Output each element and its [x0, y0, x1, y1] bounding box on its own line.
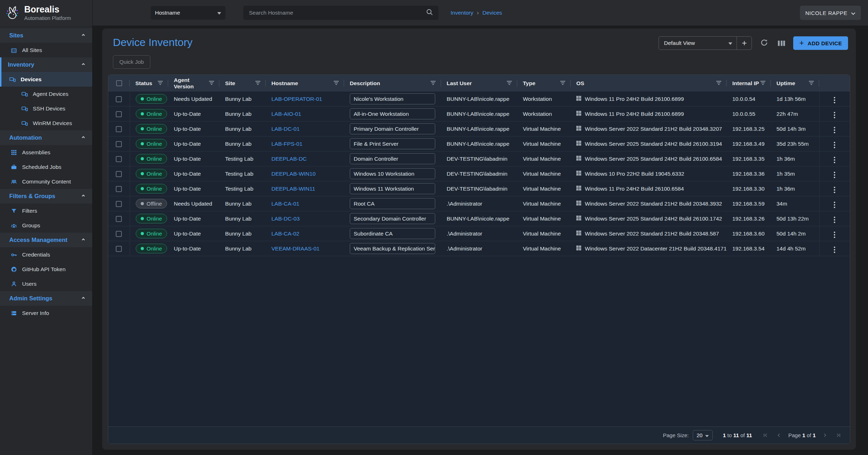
columns-button[interactable]	[776, 39, 786, 47]
filter-icon[interactable]	[809, 80, 814, 87]
search-input[interactable]	[248, 9, 426, 16]
sidebar-section-filters-groups[interactable]: Filters & Groups	[0, 189, 92, 203]
breadcrumb-inventory[interactable]: Inventory	[451, 10, 473, 16]
quick-job-button[interactable]: Quick Job	[113, 55, 150, 69]
row-checkbox[interactable]	[116, 126, 122, 132]
description-input[interactable]: Veeam Backup & Replication Ser ...	[350, 243, 435, 254]
hostname-link[interactable]: LAB-DC-03	[271, 216, 300, 222]
refresh-button[interactable]	[759, 37, 770, 49]
hostname-link[interactable]: DEEPLAB-WIN10	[271, 171, 316, 177]
description-input[interactable]: Root CA	[350, 198, 435, 209]
filter-icon[interactable]	[255, 80, 261, 87]
table-row[interactable]: Online Up-to-Date Bunny Lab LAB-DC-01 Pr…	[108, 121, 850, 136]
user-menu-button[interactable]: NICOLE RAPPE	[800, 6, 861, 20]
filter-icon[interactable]	[209, 80, 214, 87]
hostname-link[interactable]: VEEAM-DRAAS-01	[271, 245, 319, 252]
sidebar-item-scheduled-jobs[interactable]: Scheduled Jobs	[0, 160, 92, 174]
row-actions-kebab-icon[interactable]	[831, 110, 838, 120]
view-selector[interactable]: Default View	[659, 37, 737, 50]
table-row[interactable]: Online Up-to-Date Testing Lab DEEPLAB-DC…	[108, 151, 850, 166]
filter-icon[interactable]	[560, 80, 566, 87]
row-checkbox[interactable]	[116, 156, 122, 162]
row-actions-kebab-icon[interactable]	[831, 230, 838, 239]
row-checkbox[interactable]	[116, 231, 122, 237]
row-actions-kebab-icon[interactable]	[831, 245, 838, 254]
prev-page-button[interactable]	[775, 431, 783, 439]
description-input[interactable]: Primary Domain Controller	[350, 123, 435, 134]
sidebar-section-sites[interactable]: Sites	[0, 28, 92, 43]
next-page-button[interactable]	[821, 431, 829, 439]
first-page-button[interactable]	[762, 431, 769, 439]
row-checkbox[interactable]	[116, 246, 122, 252]
row-actions-kebab-icon[interactable]	[831, 170, 838, 180]
hostname-link[interactable]: LAB-OPERATOR-01	[271, 96, 322, 102]
row-actions-kebab-icon[interactable]	[831, 215, 838, 224]
description-input[interactable]: Nicole's Workstation	[350, 93, 435, 104]
sidebar-item-filters[interactable]: Filters	[0, 203, 92, 218]
hostname-link[interactable]: LAB-FPS-01	[271, 141, 302, 147]
filter-icon[interactable]	[760, 80, 766, 87]
description-input[interactable]: Windows 11 Workstation	[350, 183, 435, 194]
table-row[interactable]: Online Up-to-Date Bunny Lab LAB-CA-02 Su…	[108, 226, 850, 241]
row-checkbox[interactable]	[116, 96, 122, 102]
description-input[interactable]: Windows 10 Workstation	[350, 168, 435, 179]
table-row[interactable]: Online Up-to-Date Testing Lab DEEPLAB-WI…	[108, 181, 850, 196]
table-row[interactable]: Online Up-to-Date Bunny Lab LAB-DC-03 Se…	[108, 211, 850, 226]
table-row[interactable]: Online Needs Updated Bunny Lab LAB-OPERA…	[108, 92, 850, 107]
row-actions-kebab-icon[interactable]	[831, 200, 838, 210]
hostname-link[interactable]: LAB-CA-01	[271, 201, 299, 207]
hostname-link[interactable]: LAB-AIO-01	[271, 111, 301, 117]
sidebar-item-server-info[interactable]: Server Info	[0, 306, 92, 320]
sidebar-section-admin-settings[interactable]: Admin Settings	[0, 291, 92, 306]
row-actions-kebab-icon[interactable]	[831, 185, 838, 195]
breadcrumb-devices[interactable]: Devices	[482, 10, 502, 16]
row-checkbox[interactable]	[116, 171, 122, 177]
sidebar-item-users[interactable]: Users	[0, 276, 92, 291]
brand[interactable]: Borealis Automation Platform	[0, 0, 92, 26]
sidebar-section-access-management[interactable]: Access Management	[0, 233, 92, 247]
sidebar-item-groups[interactable]: Groups	[0, 218, 92, 233]
select-all-checkbox[interactable]	[116, 80, 122, 86]
search-icon[interactable]	[426, 9, 433, 17]
sidebar-item-credentials[interactable]: Credentials	[0, 247, 92, 262]
filter-icon[interactable]	[334, 80, 339, 87]
sidebar-item-ssh-devices[interactable]: SSH Devices	[0, 101, 92, 116]
description-input[interactable]: File & Print Server	[350, 138, 435, 149]
filter-icon[interactable]	[158, 80, 163, 87]
description-input[interactable]: All-in-One Workstation	[350, 108, 435, 119]
row-actions-kebab-icon[interactable]	[831, 140, 838, 150]
sidebar-item-assemblies[interactable]: Assemblies	[0, 145, 92, 160]
hostname-link[interactable]: LAB-CA-02	[271, 231, 299, 237]
row-checkbox[interactable]	[116, 141, 122, 147]
add-device-button[interactable]: + ADD DEVICE	[793, 36, 848, 50]
table-row[interactable]: Offline Needs Updated Bunny Lab LAB-CA-0…	[108, 196, 850, 211]
table-row[interactable]: Online Up-to-Date Bunny Lab VEEAM-DRAAS-…	[108, 241, 850, 256]
hostname-link[interactable]: LAB-DC-01	[271, 126, 300, 132]
add-view-button[interactable]: +	[737, 37, 752, 50]
sidebar-section-inventory[interactable]: Inventory	[0, 57, 92, 72]
sidebar-item-devices[interactable]: Devices	[0, 72, 92, 87]
filter-icon[interactable]	[431, 80, 436, 87]
table-row[interactable]: Online Up-to-Date Bunny Lab LAB-AIO-01 A…	[108, 107, 850, 121]
sidebar-item-github-api-token[interactable]: GitHub API Token	[0, 262, 92, 276]
filter-icon[interactable]	[507, 80, 512, 87]
table-row[interactable]: Online Up-to-Date Testing Lab DEEPLAB-WI…	[108, 166, 850, 181]
page-size-select[interactable]: 20	[693, 430, 713, 440]
hostname-link[interactable]: DEEPLAB-DC	[271, 156, 307, 162]
row-actions-kebab-icon[interactable]	[831, 95, 838, 105]
description-input[interactable]: Secondary Domain Controller	[350, 213, 435, 224]
hostname-link[interactable]: DEEPLAB-WIN11	[271, 186, 315, 192]
sidebar-item-community-content[interactable]: Community Content	[0, 174, 92, 189]
row-checkbox[interactable]	[116, 186, 122, 192]
row-checkbox[interactable]	[116, 216, 122, 222]
sidebar-item-all-sites[interactable]: All Sites	[0, 43, 92, 57]
sidebar-section-automation[interactable]: Automation	[0, 130, 92, 145]
description-input[interactable]: Subordinate CA	[350, 228, 435, 239]
row-checkbox[interactable]	[116, 111, 122, 117]
search-field-select[interactable]: Hostname	[151, 6, 225, 20]
row-checkbox[interactable]	[116, 201, 122, 207]
filter-icon[interactable]	[716, 80, 722, 87]
sidebar-item-winrm-devices[interactable]: WinRM Devices	[0, 116, 92, 130]
row-actions-kebab-icon[interactable]	[831, 125, 838, 135]
sidebar-item-agent-devices[interactable]: Agent Devices	[0, 87, 92, 101]
